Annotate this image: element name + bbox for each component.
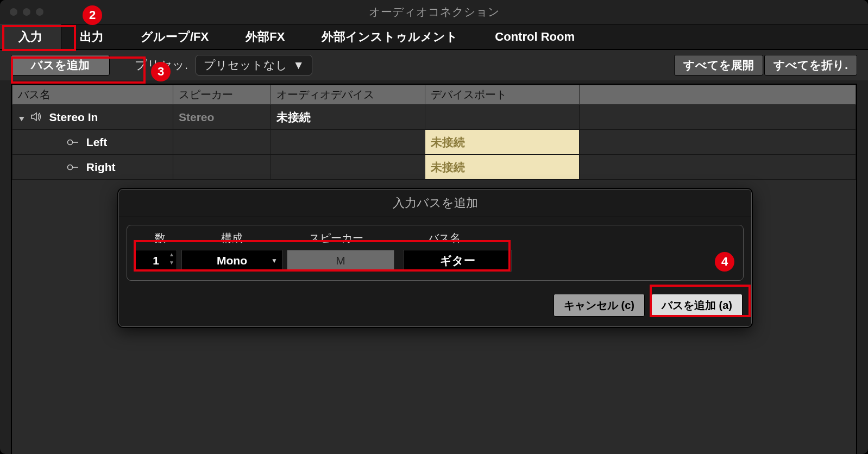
device-port-cell[interactable]: 未接続	[425, 130, 580, 155]
chevron-down-icon: ▼	[293, 59, 304, 72]
port-icon	[67, 161, 79, 174]
speaker-cell	[173, 155, 271, 180]
count-stepper[interactable]: 1 ▲▼	[135, 250, 177, 272]
audio-device-cell[interactable]: 未接続	[271, 105, 425, 130]
channel-name-cell[interactable]: Right	[12, 155, 173, 180]
add-bus-confirm-button[interactable]: バスを追加 (a)	[651, 294, 743, 317]
speaker-cell[interactable]: Stereo	[173, 105, 271, 130]
dialog-input-row: 1 ▲▼ Mono ▼ M ギター	[135, 250, 735, 272]
table-header-row: バス名 スピーカー オーディオデバイス デバイスポート	[12, 85, 856, 105]
device-port-cell[interactable]: 未接続	[425, 155, 580, 180]
zoom-window-icon[interactable]	[36, 8, 43, 16]
tab-output[interactable]: 出力	[61, 24, 122, 49]
add-input-bus-dialog: 入力バスを追加 数 構成 スピーカー バス名 1 ▲▼ Mono ▼ M	[118, 189, 752, 327]
svg-point-0	[68, 140, 73, 144]
count-value: 1	[153, 254, 159, 267]
preset-value: プリセットなし	[204, 58, 287, 73]
channel-name: Left	[86, 136, 108, 148]
disclosure-triangle-icon[interactable]: ▼	[17, 114, 27, 123]
col-speaker[interactable]: スピーカー	[173, 85, 271, 105]
empty-cell	[580, 130, 856, 155]
stepper-arrows-icon[interactable]: ▲▼	[169, 251, 174, 266]
config-dropdown[interactable]: Mono ▼	[181, 250, 282, 272]
minimize-window-icon[interactable]	[23, 8, 30, 16]
window-title: オーディオコネクション	[0, 4, 868, 20]
bus-name-value: ギター	[440, 253, 475, 268]
header-speaker: スピーカー	[282, 231, 390, 245]
tab-input[interactable]: 入力	[0, 24, 61, 49]
empty-cell	[580, 105, 856, 130]
col-bus-name[interactable]: バス名	[12, 85, 173, 105]
table-row[interactable]: Right 未接続	[12, 155, 856, 180]
device-port-cell[interactable]	[425, 105, 580, 130]
expand-all-button[interactable]: すべてを展開	[674, 55, 763, 75]
bus-name-cell[interactable]: ▼ Stereo In	[12, 105, 173, 130]
col-device-port[interactable]: デバイスポート	[425, 85, 580, 105]
channel-name-cell[interactable]: Left	[12, 130, 173, 155]
tab-control-room[interactable]: Control Room	[476, 24, 593, 49]
header-bus-name: バス名	[390, 231, 499, 245]
collapse-all-button[interactable]: すべてを折り.	[764, 55, 857, 75]
config-value: Mono	[217, 254, 247, 267]
table-row[interactable]: Left 未接続	[12, 130, 856, 155]
dialog-footer: キャンセル (c) バスを追加 (a)	[119, 288, 751, 326]
cancel-button[interactable]: キャンセル (c)	[553, 294, 645, 317]
header-config: 構成	[181, 231, 282, 245]
add-bus-button[interactable]: バスを追加	[11, 55, 110, 75]
dialog-header-row: 数 構成 スピーカー バス名	[135, 231, 735, 250]
tab-external-fx[interactable]: 外部FX	[227, 24, 303, 49]
tab-bar: 入力 出力 グループ/FX 外部FX 外部インストゥルメント Control R…	[0, 24, 868, 50]
tab-external-instruments[interactable]: 外部インストゥルメント	[303, 24, 476, 49]
chevron-down-icon: ▼	[271, 257, 278, 264]
bus-name: Stereo In	[49, 111, 98, 123]
speaker-value: M	[336, 254, 345, 267]
channel-name: Right	[86, 161, 116, 173]
window-controls	[10, 8, 43, 16]
titlebar: オーディオコネクション	[0, 0, 868, 24]
svg-point-1	[68, 165, 73, 169]
preset-dropdown[interactable]: プリセットなし ▼	[196, 55, 312, 75]
audio-connections-window: オーディオコネクション 入力 出力 グループ/FX 外部FX 外部インストゥルメ…	[0, 0, 868, 454]
tab-group-fx[interactable]: グループ/FX	[122, 24, 227, 49]
toolbar: バスを追加 プリセッ. プリセットなし ▼ すべてを展開 すべてを折り.	[0, 50, 868, 80]
close-window-icon[interactable]	[10, 8, 17, 16]
header-count: 数	[139, 231, 181, 245]
col-audio-device[interactable]: オーディオデバイス	[271, 85, 425, 105]
speaker-icon	[31, 111, 42, 124]
table-row[interactable]: ▼ Stereo In Stereo 未接続	[12, 105, 856, 130]
bus-name-field[interactable]: ギター	[403, 250, 512, 272]
dialog-body: 数 構成 スピーカー バス名 1 ▲▼ Mono ▼ M ギター	[127, 225, 744, 281]
speaker-cell	[173, 130, 271, 155]
col-empty	[580, 85, 856, 105]
speaker-display: M	[287, 250, 394, 272]
empty-cell	[580, 155, 856, 180]
preset-label: プリセッ.	[135, 57, 188, 73]
port-icon	[67, 136, 79, 149]
dialog-title: 入力バスを追加	[119, 190, 751, 217]
audio-device-cell	[271, 130, 425, 155]
audio-device-cell	[271, 155, 425, 180]
bus-table: バス名 スピーカー オーディオデバイス デバイスポート ▼ Stereo In	[12, 85, 856, 180]
